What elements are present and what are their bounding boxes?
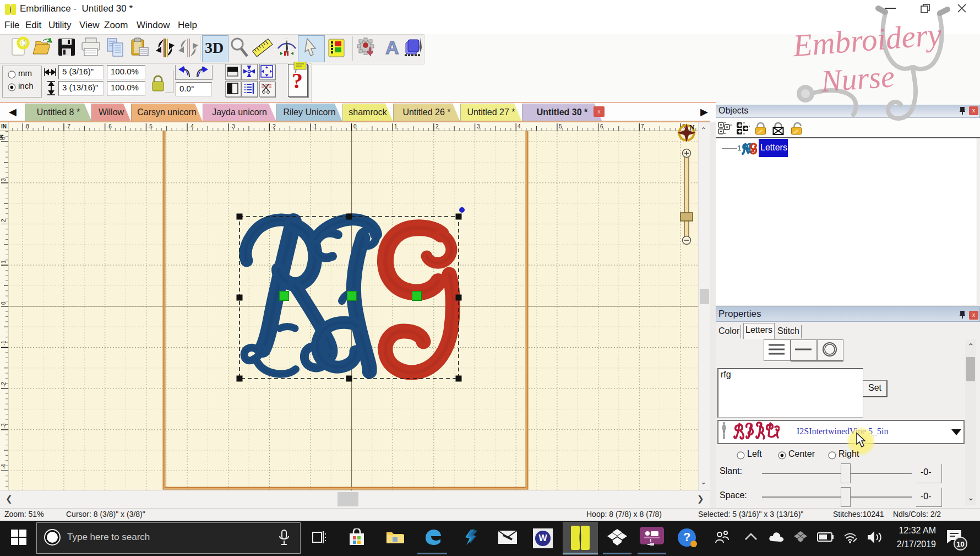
svg-text:0: 0 (1, 301, 7, 305)
svg-text:IN: IN (1, 123, 7, 129)
svg-text:3: 3 (477, 123, 480, 129)
svg-text:1: 1 (1, 260, 7, 263)
svg-text:-3: -3 (230, 123, 235, 129)
svg-text:-1: -1 (1, 341, 7, 346)
svg-text:2: 2 (1, 219, 7, 222)
svg-text:1: 1 (394, 123, 398, 129)
svg-text:0: 0 (353, 123, 357, 129)
svg-text:2: 2 (435, 123, 439, 129)
svg-text:-2: -2 (1, 382, 7, 387)
svg-text:-8: -8 (24, 123, 29, 129)
svg-text:-4: -4 (189, 123, 194, 129)
svg-text:6: 6 (600, 123, 603, 129)
svg-text:7: 7 (641, 123, 644, 129)
svg-text:-2: -2 (271, 123, 276, 129)
svg-text:-5: -5 (148, 123, 153, 129)
svg-text:3D: 3D (205, 39, 224, 56)
svg-text:3: 3 (1, 178, 7, 181)
svg-text:A: A (385, 37, 399, 58)
svg-text:-7: -7 (66, 123, 70, 129)
svg-text:N: N (689, 123, 695, 131)
svg-text:-3: -3 (1, 423, 7, 428)
svg-text:IN: IN (0, 134, 4, 140)
svg-text:-6: -6 (107, 123, 112, 129)
svg-text:?: ? (292, 68, 303, 93)
svg-text:-4: -4 (1, 464, 7, 469)
svg-text:4: 4 (518, 123, 521, 129)
svg-text:5: 5 (559, 123, 562, 129)
svg-text:-1: -1 (312, 123, 317, 129)
